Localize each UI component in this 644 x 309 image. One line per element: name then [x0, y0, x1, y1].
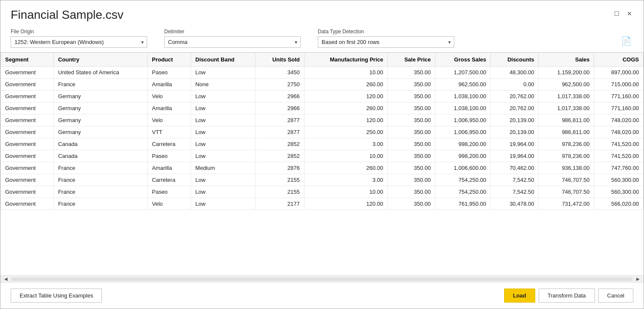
cell-6-segment: Government — [1, 138, 54, 150]
load-button[interactable]: Load — [504, 289, 535, 303]
cell-4-sales: 986,811.00 — [539, 114, 594, 126]
cell-8-units_sold: 2876 — [255, 162, 304, 174]
table-row: GovernmentCanadaPaseoLow285210.00350.009… — [1, 150, 644, 162]
cell-1-segment: Government — [1, 79, 54, 90]
file-origin-group: File Origin 1252: Western European (Wind… — [11, 29, 147, 48]
cell-8-segment: Government — [1, 162, 54, 174]
cell-8-product: Amarilla — [148, 162, 191, 174]
table-scroll-area[interactable]: SegmentCountryProductDiscount BandUnits … — [0, 52, 644, 275]
cell-6-manufacturing_price: 3.00 — [304, 138, 388, 150]
cell-7-discount_band: Low — [191, 150, 255, 162]
horizontal-scrollbar[interactable]: ◀ ▶ — [0, 275, 644, 282]
cell-9-units_sold: 2155 — [255, 174, 304, 186]
delimiter-select[interactable]: Comma — [164, 36, 301, 48]
cell-4-discount_band: Low — [191, 114, 255, 126]
cell-6-discounts: 19,964.00 — [491, 138, 539, 150]
delimiter-label: Delimiter — [164, 29, 301, 35]
cell-10-units_sold: 2155 — [255, 186, 304, 198]
cell-11-gross_sales: 761,950.00 — [435, 198, 491, 210]
data-type-group: Data Type Detection Based on first 200 r… — [318, 29, 454, 48]
cell-9-sales: 746,707.50 — [539, 174, 594, 186]
table-row: GovernmentFranceVeloLow2177120.00350.007… — [1, 198, 644, 210]
cell-10-sale_price: 350.00 — [388, 186, 435, 198]
cell-4-cogs: 748,020.00 — [594, 114, 644, 126]
footer-left: Extract Table Using Examples — [11, 289, 102, 303]
cell-4-sale_price: 350.00 — [388, 114, 435, 126]
cell-3-manufacturing_price: 260.00 — [304, 102, 388, 114]
cell-6-discount_band: Low — [191, 138, 255, 150]
cell-11-cogs: 566,020.00 — [594, 198, 644, 210]
cell-0-sales: 1,159,200.00 — [539, 67, 594, 79]
cell-5-discount_band: Low — [191, 126, 255, 138]
cell-11-discount_band: Low — [191, 198, 255, 210]
cell-5-sales: 986,811.00 — [539, 126, 594, 138]
table-row: GovernmentCanadaCarreteraLow28523.00350.… — [1, 138, 644, 150]
scroll-left-button[interactable]: ◀ — [1, 276, 11, 282]
cell-1-country: France — [54, 79, 148, 90]
cell-3-discounts: 20,762.00 — [491, 102, 539, 114]
cancel-button[interactable]: Cancel — [598, 289, 633, 303]
cell-0-manufacturing_price: 10.00 — [304, 67, 388, 79]
cell-10-cogs: 560,300.00 — [594, 186, 644, 198]
cell-0-discounts: 48,300.00 — [491, 67, 539, 79]
window-controls: ☐ ✕ — [613, 10, 633, 17]
maximize-button[interactable]: ☐ — [613, 10, 621, 17]
close-button[interactable]: ✕ — [626, 10, 633, 17]
cell-6-country: Canada — [54, 138, 148, 150]
cell-2-product: Velo — [148, 90, 191, 102]
col-header-segment: Segment — [1, 53, 54, 67]
data-type-select[interactable]: Based on first 200 rows — [318, 36, 454, 48]
cell-2-discount_band: Low — [191, 90, 255, 102]
col-header-manufacturing_price: Manufacturing Price — [304, 53, 388, 67]
cell-9-manufacturing_price: 3.00 — [304, 174, 388, 186]
cell-3-gross_sales: 1,038,100.00 — [435, 102, 491, 114]
col-header-gross_sales: Gross Sales — [435, 53, 491, 67]
cell-2-units_sold: 2966 — [255, 90, 304, 102]
cell-11-sale_price: 350.00 — [388, 198, 435, 210]
cell-2-gross_sales: 1,038,100.00 — [435, 90, 491, 102]
cell-1-cogs: 715,000.00 — [594, 79, 644, 90]
file-origin-select[interactable]: 1252: Western European (Windows) — [11, 36, 147, 48]
table-row: GovernmentGermanyAmarillaLow2966260.0035… — [1, 102, 644, 114]
cell-8-discounts: 70,462.00 — [491, 162, 539, 174]
cell-7-gross_sales: 998,200.00 — [435, 150, 491, 162]
cell-1-units_sold: 2750 — [255, 79, 304, 90]
cell-1-sales: 962,500.00 — [539, 79, 594, 90]
cell-8-discount_band: Medium — [191, 162, 255, 174]
cell-11-discounts: 30,478.00 — [491, 198, 539, 210]
cell-8-sales: 936,138.00 — [539, 162, 594, 174]
controls-row: File Origin 1252: Western European (Wind… — [0, 26, 644, 52]
file-icon: 📄 — [621, 36, 632, 46]
transform-data-button[interactable]: Transform Data — [539, 289, 595, 303]
file-icon-button[interactable]: 📄 — [619, 34, 633, 48]
col-header-cogs: COGS — [594, 53, 644, 67]
col-header-units_sold: Units Sold — [255, 53, 304, 67]
extract-table-button[interactable]: Extract Table Using Examples — [11, 289, 102, 303]
cell-5-sale_price: 350.00 — [388, 126, 435, 138]
cell-5-segment: Government — [1, 126, 54, 138]
cell-4-segment: Government — [1, 114, 54, 126]
cell-6-sale_price: 350.00 — [388, 138, 435, 150]
cell-6-product: Carretera — [148, 138, 191, 150]
table-row: GovernmentFranceAmarillaNone2750260.0035… — [1, 79, 644, 90]
table-row: GovernmentGermanyVeloLow2966120.00350.00… — [1, 90, 644, 102]
dialog: Financial Sample.csv ☐ ✕ File Origin 125… — [0, 0, 644, 309]
cell-3-product: Amarilla — [148, 102, 191, 114]
table-row: GovernmentFranceCarreteraLow21553.00350.… — [1, 174, 644, 186]
cell-7-sales: 978,236.00 — [539, 150, 594, 162]
cell-7-segment: Government — [1, 150, 54, 162]
data-type-label: Data Type Detection — [318, 29, 454, 35]
table-row: GovernmentGermanyVeloLow2877120.00350.00… — [1, 114, 644, 126]
cell-8-sale_price: 350.00 — [388, 162, 435, 174]
cell-6-sales: 978,236.00 — [539, 138, 594, 150]
cell-1-discount_band: None — [191, 79, 255, 90]
table-row: GovernmentFranceAmarillaMedium2876260.00… — [1, 162, 644, 174]
scroll-right-button[interactable]: ▶ — [633, 276, 643, 282]
cell-8-country: France — [54, 162, 148, 174]
cell-4-manufacturing_price: 120.00 — [304, 114, 388, 126]
horizontal-scroll-track[interactable] — [12, 277, 632, 281]
dialog-title: Financial Sample.csv — [11, 8, 124, 22]
cell-10-discounts: 7,542.50 — [491, 186, 539, 198]
cell-1-sale_price: 350.00 — [388, 79, 435, 90]
cell-8-cogs: 747,760.00 — [594, 162, 644, 174]
